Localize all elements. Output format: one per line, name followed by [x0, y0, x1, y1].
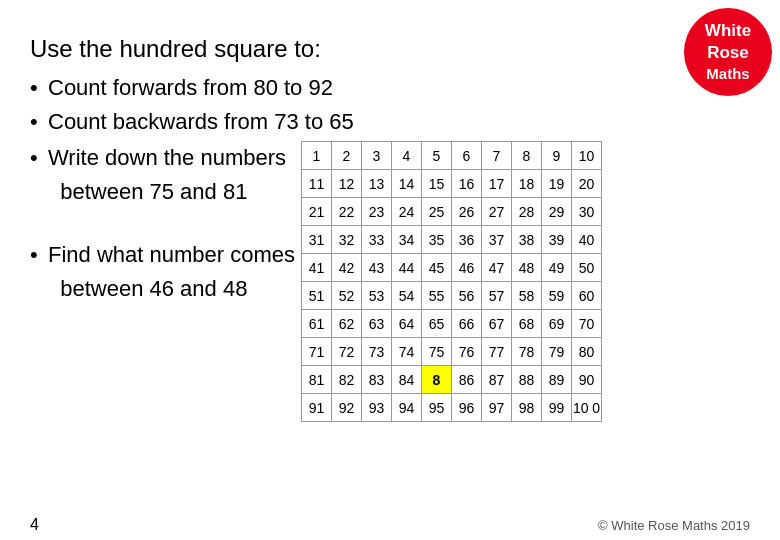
table-cell: 41	[302, 254, 332, 282]
table-cell: 87	[482, 366, 512, 394]
table-cell: 6	[452, 142, 482, 170]
table-cell: 94	[392, 394, 422, 422]
table-cell: 36	[452, 226, 482, 254]
table-cell: 37	[482, 226, 512, 254]
table-cell: 14	[392, 170, 422, 198]
table-cell: 38	[512, 226, 542, 254]
table-cell: 65	[422, 310, 452, 338]
table-cell: 28	[512, 198, 542, 226]
table-cell: 99	[542, 394, 572, 422]
table-cell: 49	[542, 254, 572, 282]
table-cell: 12	[332, 170, 362, 198]
table-cell: 56	[452, 282, 482, 310]
table-cell: 82	[332, 366, 362, 394]
table-cell: 35	[422, 226, 452, 254]
table-cell: 10 0	[572, 394, 602, 422]
table-cell: 91	[302, 394, 332, 422]
table-cell: 75	[422, 338, 452, 366]
table-cell: 23	[362, 198, 392, 226]
table-cell: 84	[392, 366, 422, 394]
logo-white: White	[705, 20, 751, 42]
footer: 4 © White Rose Maths 2019	[0, 516, 780, 534]
table-cell: 44	[392, 254, 422, 282]
table-cell: 67	[482, 310, 512, 338]
table-cell: 40	[572, 226, 602, 254]
table-cell: 52	[332, 282, 362, 310]
bullet-2: Count backwards from 73 to 65	[30, 105, 670, 139]
left-text: Write down the numbers between 75 and 81…	[30, 141, 295, 305]
hundred-square: 1234567891011121314151617181920212223242…	[301, 141, 602, 422]
table-cell: 13	[362, 170, 392, 198]
table-cell: 72	[332, 338, 362, 366]
table-cell: 53	[362, 282, 392, 310]
table-cell: 30	[572, 198, 602, 226]
table-cell: 61	[302, 310, 332, 338]
table-cell: 51	[302, 282, 332, 310]
table-cell: 74	[392, 338, 422, 366]
table-cell: 98	[512, 394, 542, 422]
table-cell: 76	[452, 338, 482, 366]
table-cell: 21	[302, 198, 332, 226]
table-cell: 63	[362, 310, 392, 338]
table-cell: 3	[362, 142, 392, 170]
table-cell: 95	[422, 394, 452, 422]
page-number: 4	[30, 516, 39, 534]
logo: White Rose Maths	[684, 8, 772, 96]
table-cell: 5	[422, 142, 452, 170]
table-cell: 55	[422, 282, 452, 310]
table-cell: 19	[542, 170, 572, 198]
table-cell: 69	[542, 310, 572, 338]
table-cell: 47	[482, 254, 512, 282]
table-cell: 7	[482, 142, 512, 170]
table-cell: 4	[392, 142, 422, 170]
table-cell: 71	[302, 338, 332, 366]
table-cell: 33	[362, 226, 392, 254]
table-cell: 68	[512, 310, 542, 338]
table-cell: 26	[452, 198, 482, 226]
table-cell: 17	[482, 170, 512, 198]
table-cell: 60	[572, 282, 602, 310]
table-cell: 48	[512, 254, 542, 282]
table-cell: 9	[542, 142, 572, 170]
table-cell: 45	[422, 254, 452, 282]
table-cell: 24	[392, 198, 422, 226]
table-cell: 81	[302, 366, 332, 394]
table-cell: 34	[392, 226, 422, 254]
bullets-list: Count forwards from 80 to 92 Count backw…	[30, 71, 670, 139]
table-cell: 62	[332, 310, 362, 338]
table-cell: 59	[542, 282, 572, 310]
logo-maths: Maths	[706, 64, 749, 84]
table-cell: 16	[452, 170, 482, 198]
instructions: Use the hundred square to: Count forward…	[30, 30, 670, 139]
table-cell: 42	[332, 254, 362, 282]
logo-rose: Rose	[707, 42, 749, 64]
table-cell: 50	[572, 254, 602, 282]
table-cell: 1	[302, 142, 332, 170]
table-cell: 93	[362, 394, 392, 422]
lower-section: Write down the numbers between 75 and 81…	[30, 141, 670, 422]
instructions-title: Use the hundred square to:	[30, 30, 670, 67]
table-cell: 8	[422, 366, 452, 394]
table-cell: 25	[422, 198, 452, 226]
bullet-1: Count forwards from 80 to 92	[30, 71, 670, 105]
table-cell: 54	[392, 282, 422, 310]
table-cell: 97	[482, 394, 512, 422]
table-cell: 11	[302, 170, 332, 198]
table-cell: 89	[542, 366, 572, 394]
table-cell: 90	[572, 366, 602, 394]
table-cell: 73	[362, 338, 392, 366]
table-cell: 15	[422, 170, 452, 198]
table-cell: 58	[512, 282, 542, 310]
table-cell: 83	[362, 366, 392, 394]
table-cell: 57	[482, 282, 512, 310]
table-cell: 46	[452, 254, 482, 282]
table-cell: 92	[332, 394, 362, 422]
main-content: Use the hundred square to: Count forward…	[30, 30, 670, 500]
table-cell: 86	[452, 366, 482, 394]
table-cell: 31	[302, 226, 332, 254]
table-cell: 77	[482, 338, 512, 366]
table-cell: 66	[452, 310, 482, 338]
table-cell: 64	[392, 310, 422, 338]
table-cell: 78	[512, 338, 542, 366]
table-cell: 29	[542, 198, 572, 226]
